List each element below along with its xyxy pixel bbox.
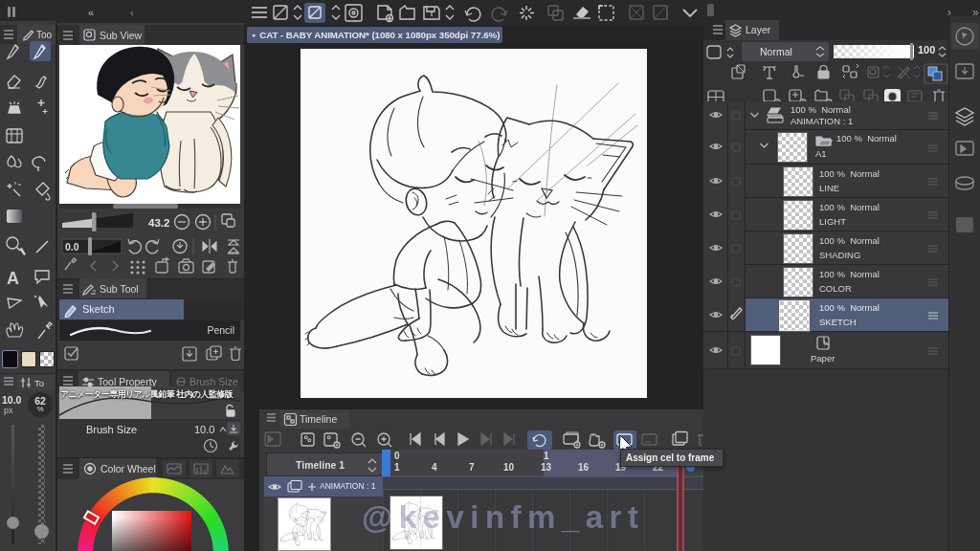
svg-text:43.2: 43.2 (148, 217, 169, 229)
svg-text:A: A (7, 269, 19, 288)
svg-text:0.0: 0.0 (65, 241, 79, 253)
